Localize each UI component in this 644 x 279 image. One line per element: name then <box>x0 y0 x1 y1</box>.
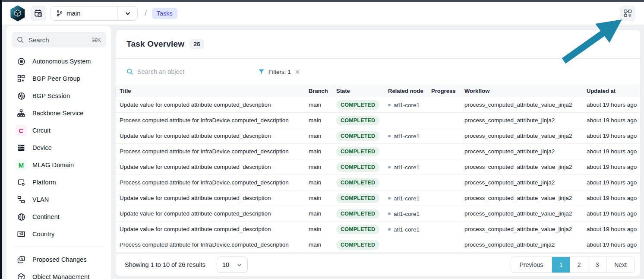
object-search-input[interactable] <box>137 68 211 75</box>
task-workflow-cell: process_computed_attribute_value_jinja2 <box>461 195 583 201</box>
task-state-cell: COMPLETED <box>333 225 385 234</box>
sidebar-item-mlag-domain[interactable]: M MLAG Domain <box>12 156 106 174</box>
task-title-cell: Update value for computed attribute comp… <box>116 226 305 232</box>
task-overview-card: Task Overview 26 Filters: 1 ✕ Title Bran… <box>116 29 641 276</box>
task-workflow-cell: process_computed_attribute_jinja2 <box>461 117 583 124</box>
schema-visualizer-button[interactable] <box>620 6 635 21</box>
search-icon <box>126 68 133 75</box>
sidebar-item-object-management[interactable]: Object Management <box>12 268 106 279</box>
sidebar-item-backbone-service[interactable]: Backbone Service <box>12 105 106 122</box>
branch-selector[interactable]: main <box>51 6 138 21</box>
related-node-label: atl1-core1 <box>394 164 420 171</box>
continent-icon <box>16 211 27 222</box>
related-node-label: atl1-core1 <box>394 226 420 233</box>
task-workflow-cell: process_computed_attribute_jinja2 <box>461 241 583 248</box>
filters-label: Filters: 1 <box>268 69 291 75</box>
filters-group[interactable]: Filters: 1 ✕ <box>258 69 300 75</box>
task-state-cell: COMPLETED <box>333 193 385 203</box>
task-workflow-cell: process_computed_attribute_value_jinja2 <box>461 210 583 217</box>
sidebar-item-label: Autonomous System <box>32 58 91 65</box>
schema-icon <box>623 9 632 18</box>
sidebar-item-circuit[interactable]: C Circuit <box>12 122 106 139</box>
autonomous-system-icon <box>16 56 27 67</box>
page-button-2[interactable]: 2 <box>570 257 588 273</box>
task-table: Title Branch State Related node Progress… <box>116 85 640 253</box>
backbone-service-icon <box>16 108 27 119</box>
sidebar-nav: Autonomous System BGP Peer Group BGP Ses… <box>12 53 106 279</box>
task-updated-at-cell: about 19 hours ago <box>583 133 640 139</box>
sidebar-item-label: Backbone Service <box>32 110 83 117</box>
task-title-cell: Process computed attribute for InfraDevi… <box>116 117 305 124</box>
sidebar-item-label: Object Management <box>32 273 89 279</box>
page-button-3[interactable]: 3 <box>588 257 606 273</box>
page-size-select[interactable]: 10 <box>217 257 248 273</box>
sidebar-search[interactable]: Search ⌘K <box>12 32 106 48</box>
column-header-workflow: Workflow <box>461 88 583 94</box>
table-row[interactable]: Process computed attribute for InfraDevi… <box>116 144 640 159</box>
task-branch-cell: main <box>305 164 333 170</box>
clear-filters-x-icon[interactable]: ✕ <box>295 69 300 75</box>
status-badge: COMPLETED <box>336 131 379 141</box>
task-related-node-cell: atl1-core1 <box>385 194 428 202</box>
task-workflow-cell: process_computed_attribute_value_jinja2 <box>461 226 583 232</box>
page-button-1[interactable]: 1 <box>552 257 570 273</box>
table-row[interactable]: Update value for computed attribute comp… <box>116 159 640 175</box>
sidebar-item-label: Platform <box>32 179 56 186</box>
task-updated-at-cell: about 19 hours ago <box>583 241 640 248</box>
status-badge: COMPLETED <box>336 240 379 250</box>
task-updated-at-cell: about 19 hours ago <box>583 210 640 217</box>
table-row[interactable]: Update value for computed attribute comp… <box>116 97 640 113</box>
task-state-cell: COMPLETED <box>333 147 385 156</box>
pagination: Previous 1 2 3 Next <box>511 257 635 273</box>
column-header-branch: Branch <box>305 88 333 94</box>
table-row[interactable]: Update value for computed attribute comp… <box>116 206 640 222</box>
task-related-node-cell <box>385 179 428 186</box>
node-dot-icon <box>388 212 391 215</box>
breadcrumb-current-tasks[interactable]: Tasks <box>152 8 177 19</box>
table-row[interactable]: Process computed attribute for InfraDevi… <box>116 113 640 128</box>
sidebar-divider <box>13 247 104 247</box>
task-state-cell: COMPLETED <box>333 240 385 250</box>
task-title-cell: Process computed attribute for InfraDevi… <box>116 179 305 186</box>
next-page-button[interactable]: Next <box>606 257 635 273</box>
sidebar-item-proposed-changes[interactable]: Proposed Changes <box>12 251 106 268</box>
time-travel-button[interactable] <box>31 6 46 21</box>
sidebar-item-platform[interactable]: Platform <box>12 174 106 191</box>
sidebar-search-label: Search <box>28 36 87 44</box>
task-updated-at-cell: about 19 hours ago <box>583 179 640 186</box>
task-related-node-cell <box>385 148 428 155</box>
sidebar-item-bgp-peer-group[interactable]: BGP Peer Group <box>12 70 106 87</box>
sidebar-item-label: BGP Peer Group <box>32 75 80 82</box>
related-node-label: atl1-core1 <box>394 102 420 108</box>
sidebar-item-device[interactable]: Device <box>12 139 106 156</box>
sidebar-item-bgp-session[interactable]: BGP Session <box>12 87 106 105</box>
sidebar-item-label: MLAG Domain <box>32 162 74 168</box>
task-count-badge: 26 <box>189 39 204 49</box>
task-related-node-cell: atl1-core1 <box>385 163 428 171</box>
sidebar-item-country[interactable]: Country <box>12 225 106 243</box>
node-dot-icon <box>388 166 391 168</box>
task-updated-at-cell: about 19 hours ago <box>583 117 640 124</box>
task-workflow-cell: process_computed_attribute_value_jinja2 <box>461 164 583 170</box>
table-row[interactable]: Process computed attribute for InfraDevi… <box>116 175 640 190</box>
table-row[interactable]: Update value for computed attribute comp… <box>116 190 640 206</box>
task-title-cell: Process computed attribute for InfraDevi… <box>116 241 305 248</box>
previous-page-button[interactable]: Previous <box>511 257 552 273</box>
breadcrumb-separator: / <box>145 9 147 18</box>
related-node-label: atl1-core1 <box>394 211 420 217</box>
task-related-node-cell: atl1-core1 <box>385 101 428 108</box>
infrahub-logo[interactable] <box>10 5 25 22</box>
status-badge: COMPLETED <box>336 147 379 156</box>
task-branch-cell: main <box>305 241 333 248</box>
sidebar-item-continent[interactable]: Continent <box>12 208 106 225</box>
table-row[interactable]: Update value for computed attribute comp… <box>116 128 640 144</box>
table-row[interactable]: Process computed attribute for InfraDevi… <box>116 237 640 253</box>
sidebar-item-autonomous-system[interactable]: Autonomous System <box>12 53 106 70</box>
branch-selector-chevron[interactable] <box>117 6 137 20</box>
object-search[interactable] <box>126 68 219 75</box>
table-row[interactable]: Update value for computed attribute comp… <box>116 222 640 237</box>
task-state-cell: COMPLETED <box>333 209 385 219</box>
sidebar-item-vlan[interactable]: VLAN <box>12 191 106 208</box>
object-management-icon <box>16 271 27 279</box>
task-related-node-cell: atl1-core1 <box>385 132 428 140</box>
